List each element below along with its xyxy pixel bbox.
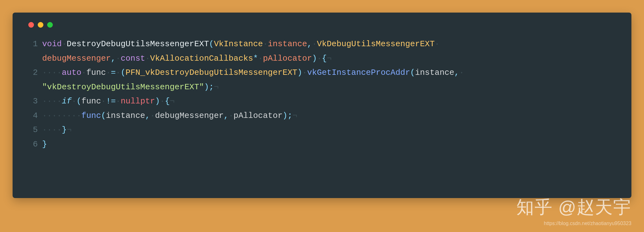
rparen: ) xyxy=(283,111,288,120)
code-line-continuation: "vkDestroyDebugUtilsMessengerEXT");¬ xyxy=(28,80,616,95)
arg-instance: instance xyxy=(106,111,145,120)
type-vkalloc: VkAllocationCallbacks xyxy=(150,54,253,63)
nullptr: nullptr xyxy=(121,97,155,106)
whitespace: · xyxy=(263,39,268,49)
whitespace: · xyxy=(160,97,165,106)
assign: = xyxy=(111,68,116,77)
neq: != xyxy=(106,97,116,106)
line-number: 1 xyxy=(28,37,38,52)
var-func: func xyxy=(86,68,106,77)
whitespace: · xyxy=(459,68,464,77)
whitespace: ········ xyxy=(42,111,81,120)
lparen: ( xyxy=(209,39,214,49)
lbrace: { xyxy=(165,97,170,106)
type-vkinstance: VkInstance xyxy=(214,39,263,49)
code-window: 1void·DestroyDebugUtilsMessengerEXT(VkIn… xyxy=(13,13,631,198)
whitespace: · xyxy=(116,97,121,106)
type-pfn: PFN_vkDestroyDebugUtilsMessengerEXT xyxy=(125,68,297,77)
fn-vkgetprocaddr: vkGetInstanceProcAddr xyxy=(307,68,410,77)
arg-debugmessenger: debugMessenger xyxy=(155,111,224,120)
eol-marker: ¬ xyxy=(327,54,332,63)
param-pallocator: pAllocator xyxy=(263,54,312,63)
code-line: 5····}¬ xyxy=(28,123,616,137)
whitespace: · xyxy=(106,68,111,77)
code-line: 2····auto·func·=·(PFN_vkDestroyDebugUtil… xyxy=(28,66,616,80)
comma: , xyxy=(145,111,150,120)
rbrace: } xyxy=(42,140,47,149)
whitespace: · xyxy=(317,54,322,63)
whitespace: · xyxy=(302,68,307,77)
line-number: 3 xyxy=(28,94,38,109)
eol-marker: ¬ xyxy=(214,82,219,92)
keyword-void: void xyxy=(42,39,62,49)
whitespace: · xyxy=(145,54,150,63)
param-debugmessenger: debugMessenger xyxy=(42,54,111,63)
rparen: ) xyxy=(155,97,160,106)
lparen: ( xyxy=(101,111,106,120)
whitespace: ···· xyxy=(42,68,62,77)
eol-marker: ¬ xyxy=(67,125,72,135)
param-instance: instance xyxy=(268,39,307,49)
var-func: func xyxy=(81,97,101,106)
string-literal: "vkDestroyDebugUtilsMessengerEXT" xyxy=(42,82,204,92)
comma: , xyxy=(454,68,459,77)
watermark-url: https://blog.csdn.net/zhaotianyu950323 xyxy=(544,221,631,226)
whitespace: · xyxy=(72,97,77,106)
fn-call-func: func xyxy=(81,111,101,120)
code-line: 3····if·(func·!=·nullptr)·{¬ xyxy=(28,94,616,109)
whitespace: · xyxy=(116,68,121,77)
lbrace: { xyxy=(322,54,327,63)
comma: , xyxy=(111,54,116,63)
arg-pallocator: pAllocator xyxy=(234,111,283,120)
pointer-star: * xyxy=(253,54,258,63)
eol-marker: ¬ xyxy=(170,97,175,106)
keyword-auto: auto xyxy=(62,68,81,77)
whitespace: · xyxy=(229,111,234,120)
watermark-author: 知乎 @赵天宇 xyxy=(516,196,631,219)
lparen: ( xyxy=(410,68,415,77)
line-number: 4 xyxy=(28,109,38,123)
line-number: 2 xyxy=(28,66,38,80)
comma: , xyxy=(307,39,312,49)
lparen: ( xyxy=(76,97,81,106)
window-maximize-dot[interactable] xyxy=(47,22,53,28)
whitespace: · xyxy=(435,39,440,49)
window-close-dot[interactable] xyxy=(28,22,34,28)
whitespace: · xyxy=(62,39,67,49)
code-line-continuation: debugMessenger,·const·VkAllocationCallba… xyxy=(28,52,616,66)
whitespace: · xyxy=(81,68,86,77)
keyword-if: if xyxy=(62,97,71,106)
whitespace: ···· xyxy=(42,97,62,106)
function-name: DestroyDebugUtilsMessengerEXT xyxy=(67,39,209,49)
rparen: ) xyxy=(312,54,317,63)
whitespace: · xyxy=(150,111,155,120)
code-line: 6} xyxy=(28,137,616,152)
arg-instance: instance xyxy=(415,68,454,77)
line-number: 6 xyxy=(28,137,38,152)
code-area: 1void·DestroyDebugUtilsMessengerEXT(VkIn… xyxy=(28,37,616,152)
semicolon: ; xyxy=(287,111,292,120)
lparen: ( xyxy=(121,68,126,77)
window-controls xyxy=(28,22,616,28)
rparen: ) xyxy=(204,82,209,92)
type-vkdebugmessenger: VkDebugUtilsMessengerEXT xyxy=(317,39,435,49)
rparen: ) xyxy=(297,68,302,77)
whitespace: · xyxy=(101,97,106,106)
whitespace: · xyxy=(116,54,121,63)
whitespace: ···· xyxy=(42,125,62,135)
eol-marker: ¬ xyxy=(292,111,297,120)
line-number: 5 xyxy=(28,123,38,137)
comma: , xyxy=(224,111,229,120)
window-minimize-dot[interactable] xyxy=(38,22,43,28)
rbrace: } xyxy=(62,125,67,135)
semicolon: ; xyxy=(209,82,214,92)
code-line: 4········func(instance,·debugMessenger,·… xyxy=(28,109,616,123)
keyword-const: const xyxy=(121,54,145,63)
whitespace: · xyxy=(258,54,263,63)
whitespace: · xyxy=(312,39,317,49)
code-line: 1void·DestroyDebugUtilsMessengerEXT(VkIn… xyxy=(28,37,616,52)
